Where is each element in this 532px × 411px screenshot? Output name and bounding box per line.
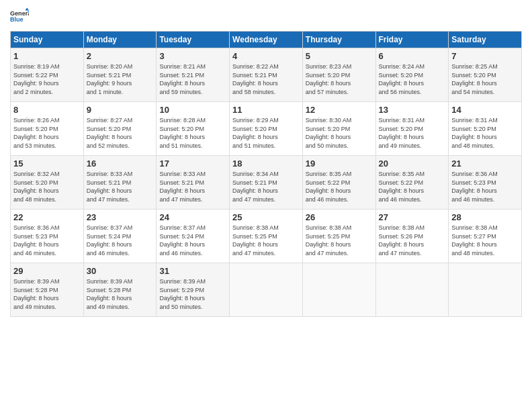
calendar-cell [449,263,522,317]
day-info: Sunrise: 8:23 AMSunset: 5:20 PMDaylight:… [306,62,373,96]
calendar-cell: 14 Sunrise: 8:31 AMSunset: 5:20 PMDaylig… [449,102,522,156]
calendar-cell: 18 Sunrise: 8:34 AMSunset: 5:21 PMDaylig… [230,156,303,210]
day-number: 9 [87,105,154,115]
day-number: 16 [87,158,154,169]
calendar-cell: 30 Sunrise: 8:39 AMSunset: 5:28 PMDaylig… [83,263,157,317]
calendar-cell: 19 Sunrise: 8:35 AMSunset: 5:22 PMDaylig… [302,156,375,210]
day-info: Sunrise: 8:25 AMSunset: 5:20 PMDaylight:… [451,62,519,96]
calendar-cell: 27 Sunrise: 8:38 AMSunset: 5:26 PMDaylig… [375,210,449,263]
calendar-cell: 25 Sunrise: 8:38 AMSunset: 5:25 PMDaylig… [230,210,303,263]
day-info: Sunrise: 8:39 AMSunset: 5:28 PMDaylight:… [87,277,154,311]
calendar-cell: 7 Sunrise: 8:25 AMSunset: 5:20 PMDayligh… [449,48,522,102]
calendar-cell: 10 Sunrise: 8:28 AMSunset: 5:20 PMDaylig… [157,102,230,156]
header-row: SundayMondayTuesdayWednesdayThursdayFrid… [11,32,522,48]
calendar-cell: 17 Sunrise: 8:33 AMSunset: 5:21 PMDaylig… [157,156,230,210]
week-row-4: 22 Sunrise: 8:36 AMSunset: 5:23 PMDaylig… [11,210,522,263]
calendar-cell [230,263,303,317]
calendar-page: General Blue SundayMondayTuesdayWednesda… [0,0,532,411]
calendar-cell: 2 Sunrise: 8:20 AMSunset: 5:21 PMDayligh… [83,48,157,102]
day-number: 30 [87,266,154,276]
day-info: Sunrise: 8:26 AMSunset: 5:20 PMDaylight:… [13,116,81,150]
calendar-table: SundayMondayTuesdayWednesdayThursdayFrid… [10,31,522,317]
day-number: 28 [451,212,519,222]
day-number: 13 [379,105,446,115]
day-info: Sunrise: 8:37 AMSunset: 5:24 PMDaylight:… [159,224,226,257]
day-number: 15 [13,158,81,169]
svg-text:General: General [10,10,29,17]
calendar-cell: 29 Sunrise: 8:39 AMSunset: 5:28 PMDaylig… [11,263,84,317]
day-info: Sunrise: 8:24 AMSunset: 5:20 PMDaylight:… [379,62,446,96]
day-number: 1 [13,51,81,61]
day-info: Sunrise: 8:27 AMSunset: 5:20 PMDaylight:… [87,116,154,150]
calendar-cell: 22 Sunrise: 8:36 AMSunset: 5:23 PMDaylig… [11,210,84,263]
day-info: Sunrise: 8:21 AMSunset: 5:21 PMDaylight:… [159,62,226,96]
header: General Blue [10,7,522,26]
week-row-3: 15 Sunrise: 8:32 AMSunset: 5:20 PMDaylig… [11,156,522,210]
day-info: Sunrise: 8:37 AMSunset: 5:24 PMDaylight:… [87,224,154,257]
day-info: Sunrise: 8:29 AMSunset: 5:20 PMDaylight:… [232,116,300,150]
calendar-cell: 12 Sunrise: 8:30 AMSunset: 5:20 PMDaylig… [302,102,375,156]
calendar-cell: 13 Sunrise: 8:31 AMSunset: 5:20 PMDaylig… [375,102,449,156]
svg-marker-2 [25,7,29,10]
day-number: 26 [306,212,373,222]
day-number: 5 [306,51,373,61]
day-number: 12 [306,105,373,115]
day-number: 27 [379,212,446,222]
calendar-cell: 11 Sunrise: 8:29 AMSunset: 5:20 PMDaylig… [230,102,303,156]
day-number: 20 [379,158,446,169]
calendar-cell: 28 Sunrise: 8:38 AMSunset: 5:27 PMDaylig… [449,210,522,263]
day-info: Sunrise: 8:36 AMSunset: 5:23 PMDaylight:… [451,170,519,203]
day-number: 22 [13,212,81,222]
day-number: 31 [159,266,226,276]
header-day-sunday: Sunday [11,32,84,48]
day-number: 23 [87,212,154,222]
day-number: 18 [232,158,300,169]
day-number: 29 [13,266,81,276]
calendar-cell: 21 Sunrise: 8:36 AMSunset: 5:23 PMDaylig… [449,156,522,210]
day-info: Sunrise: 8:28 AMSunset: 5:20 PMDaylight:… [159,116,226,150]
week-row-5: 29 Sunrise: 8:39 AMSunset: 5:28 PMDaylig… [11,263,522,317]
calendar-cell: 26 Sunrise: 8:38 AMSunset: 5:25 PMDaylig… [302,210,375,263]
day-info: Sunrise: 8:34 AMSunset: 5:21 PMDaylight:… [232,170,300,203]
calendar-cell: 1 Sunrise: 8:19 AMSunset: 5:22 PMDayligh… [11,48,84,102]
day-info: Sunrise: 8:39 AMSunset: 5:28 PMDaylight:… [13,277,81,311]
day-info: Sunrise: 8:19 AMSunset: 5:22 PMDaylight:… [13,62,81,96]
day-info: Sunrise: 8:35 AMSunset: 5:22 PMDaylight:… [306,170,373,203]
svg-text:Blue: Blue [10,16,24,23]
day-number: 14 [451,105,519,115]
week-row-2: 8 Sunrise: 8:26 AMSunset: 5:20 PMDayligh… [11,102,522,156]
day-info: Sunrise: 8:33 AMSunset: 5:21 PMDaylight:… [87,170,154,203]
day-info: Sunrise: 8:38 AMSunset: 5:25 PMDaylight:… [232,224,300,257]
day-number: 25 [232,212,300,222]
day-number: 21 [451,158,519,169]
header-day-friday: Friday [375,32,449,48]
day-info: Sunrise: 8:38 AMSunset: 5:27 PMDaylight:… [451,224,519,257]
calendar-cell [302,263,375,317]
calendar-cell: 24 Sunrise: 8:37 AMSunset: 5:24 PMDaylig… [157,210,230,263]
header-day-tuesday: Tuesday [157,32,230,48]
week-row-1: 1 Sunrise: 8:19 AMSunset: 5:22 PMDayligh… [11,48,522,102]
logo: General Blue [10,7,29,26]
calendar-cell: 5 Sunrise: 8:23 AMSunset: 5:20 PMDayligh… [302,48,375,102]
calendar-cell: 31 Sunrise: 8:39 AMSunset: 5:29 PMDaylig… [157,263,230,317]
day-number: 10 [159,105,226,115]
day-number: 7 [451,51,519,61]
header-day-thursday: Thursday [302,32,375,48]
day-info: Sunrise: 8:36 AMSunset: 5:23 PMDaylight:… [13,224,81,257]
day-info: Sunrise: 8:31 AMSunset: 5:20 PMDaylight:… [379,116,446,150]
day-number: 3 [159,51,226,61]
day-info: Sunrise: 8:30 AMSunset: 5:20 PMDaylight:… [306,116,373,150]
day-number: 17 [159,158,226,169]
day-info: Sunrise: 8:20 AMSunset: 5:21 PMDaylight:… [87,62,154,96]
day-number: 8 [13,105,81,115]
calendar-cell: 4 Sunrise: 8:22 AMSunset: 5:21 PMDayligh… [230,48,303,102]
day-info: Sunrise: 8:39 AMSunset: 5:29 PMDaylight:… [159,277,226,311]
day-number: 6 [379,51,446,61]
calendar-cell: 23 Sunrise: 8:37 AMSunset: 5:24 PMDaylig… [83,210,157,263]
day-info: Sunrise: 8:33 AMSunset: 5:21 PMDaylight:… [159,170,226,203]
day-info: Sunrise: 8:22 AMSunset: 5:21 PMDaylight:… [232,62,300,96]
header-day-wednesday: Wednesday [230,32,303,48]
logo-icon: General Blue [10,7,29,26]
calendar-cell: 16 Sunrise: 8:33 AMSunset: 5:21 PMDaylig… [83,156,157,210]
calendar-cell: 3 Sunrise: 8:21 AMSunset: 5:21 PMDayligh… [157,48,230,102]
